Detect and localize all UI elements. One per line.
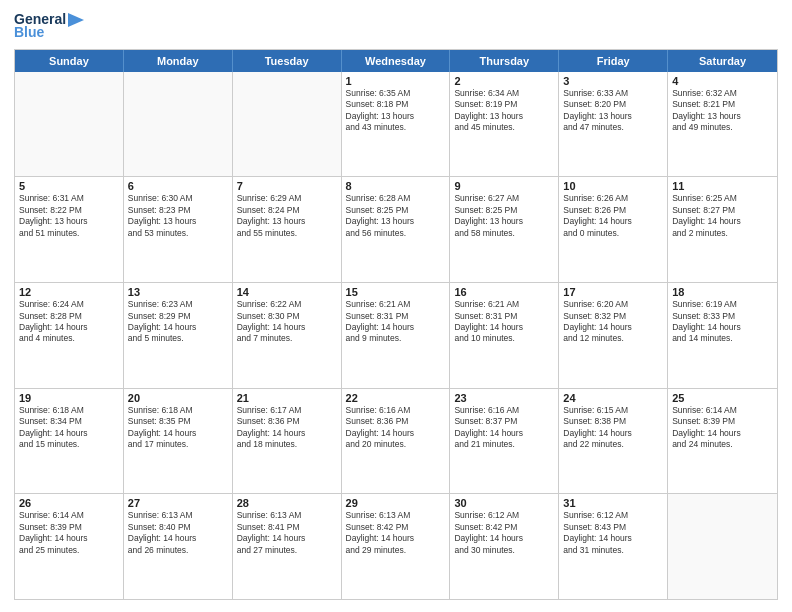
weekday-header: Tuesday xyxy=(233,50,342,72)
day-info: Sunrise: 6:26 AM Sunset: 8:26 PM Dayligh… xyxy=(563,193,663,239)
day-cell: 2Sunrise: 6:34 AM Sunset: 8:19 PM Daylig… xyxy=(450,72,559,177)
day-info: Sunrise: 6:14 AM Sunset: 8:39 PM Dayligh… xyxy=(19,510,119,556)
day-info: Sunrise: 6:34 AM Sunset: 8:19 PM Dayligh… xyxy=(454,88,554,134)
day-info: Sunrise: 6:29 AM Sunset: 8:24 PM Dayligh… xyxy=(237,193,337,239)
day-cell: 18Sunrise: 6:19 AM Sunset: 8:33 PM Dayli… xyxy=(668,283,777,388)
day-info: Sunrise: 6:16 AM Sunset: 8:36 PM Dayligh… xyxy=(346,405,446,451)
day-info: Sunrise: 6:33 AM Sunset: 8:20 PM Dayligh… xyxy=(563,88,663,134)
day-info: Sunrise: 6:24 AM Sunset: 8:28 PM Dayligh… xyxy=(19,299,119,345)
day-number: 3 xyxy=(563,75,663,87)
svg-marker-0 xyxy=(68,13,84,27)
day-number: 4 xyxy=(672,75,773,87)
day-number: 17 xyxy=(563,286,663,298)
day-number: 28 xyxy=(237,497,337,509)
day-number: 26 xyxy=(19,497,119,509)
day-number: 11 xyxy=(672,180,773,192)
day-number: 5 xyxy=(19,180,119,192)
day-info: Sunrise: 6:25 AM Sunset: 8:27 PM Dayligh… xyxy=(672,193,773,239)
day-info: Sunrise: 6:21 AM Sunset: 8:31 PM Dayligh… xyxy=(346,299,446,345)
calendar: SundayMondayTuesdayWednesdayThursdayFrid… xyxy=(14,49,778,600)
calendar-body: 1Sunrise: 6:35 AM Sunset: 8:18 PM Daylig… xyxy=(15,72,777,599)
day-number: 14 xyxy=(237,286,337,298)
day-cell: 3Sunrise: 6:33 AM Sunset: 8:20 PM Daylig… xyxy=(559,72,668,177)
day-number: 10 xyxy=(563,180,663,192)
calendar-header: SundayMondayTuesdayWednesdayThursdayFrid… xyxy=(15,50,777,72)
day-info: Sunrise: 6:13 AM Sunset: 8:42 PM Dayligh… xyxy=(346,510,446,556)
logo-blue: Blue xyxy=(14,25,44,40)
day-info: Sunrise: 6:13 AM Sunset: 8:41 PM Dayligh… xyxy=(237,510,337,556)
day-cell: 12Sunrise: 6:24 AM Sunset: 8:28 PM Dayli… xyxy=(15,283,124,388)
day-cell: 20Sunrise: 6:18 AM Sunset: 8:35 PM Dayli… xyxy=(124,389,233,494)
day-cell: 17Sunrise: 6:20 AM Sunset: 8:32 PM Dayli… xyxy=(559,283,668,388)
day-cell: 8Sunrise: 6:28 AM Sunset: 8:25 PM Daylig… xyxy=(342,177,451,282)
day-number: 2 xyxy=(454,75,554,87)
day-info: Sunrise: 6:13 AM Sunset: 8:40 PM Dayligh… xyxy=(128,510,228,556)
logo-container: General Blue xyxy=(14,12,84,41)
day-cell: 28Sunrise: 6:13 AM Sunset: 8:41 PM Dayli… xyxy=(233,494,342,599)
day-cell: 1Sunrise: 6:35 AM Sunset: 8:18 PM Daylig… xyxy=(342,72,451,177)
day-number: 15 xyxy=(346,286,446,298)
day-cell: 16Sunrise: 6:21 AM Sunset: 8:31 PM Dayli… xyxy=(450,283,559,388)
day-cell: 31Sunrise: 6:12 AM Sunset: 8:43 PM Dayli… xyxy=(559,494,668,599)
day-cell: 10Sunrise: 6:26 AM Sunset: 8:26 PM Dayli… xyxy=(559,177,668,282)
weekday-header: Saturday xyxy=(668,50,777,72)
day-cell: 21Sunrise: 6:17 AM Sunset: 8:36 PM Dayli… xyxy=(233,389,342,494)
empty-cell xyxy=(668,494,777,599)
day-cell: 15Sunrise: 6:21 AM Sunset: 8:31 PM Dayli… xyxy=(342,283,451,388)
day-info: Sunrise: 6:30 AM Sunset: 8:23 PM Dayligh… xyxy=(128,193,228,239)
calendar-row: 5Sunrise: 6:31 AM Sunset: 8:22 PM Daylig… xyxy=(15,177,777,283)
calendar-row: 26Sunrise: 6:14 AM Sunset: 8:39 PM Dayli… xyxy=(15,494,777,599)
day-cell: 27Sunrise: 6:13 AM Sunset: 8:40 PM Dayli… xyxy=(124,494,233,599)
day-info: Sunrise: 6:31 AM Sunset: 8:22 PM Dayligh… xyxy=(19,193,119,239)
weekday-header: Wednesday xyxy=(342,50,451,72)
day-cell: 22Sunrise: 6:16 AM Sunset: 8:36 PM Dayli… xyxy=(342,389,451,494)
day-info: Sunrise: 6:14 AM Sunset: 8:39 PM Dayligh… xyxy=(672,405,773,451)
day-info: Sunrise: 6:18 AM Sunset: 8:34 PM Dayligh… xyxy=(19,405,119,451)
day-number: 27 xyxy=(128,497,228,509)
day-number: 24 xyxy=(563,392,663,404)
day-cell: 5Sunrise: 6:31 AM Sunset: 8:22 PM Daylig… xyxy=(15,177,124,282)
empty-cell xyxy=(233,72,342,177)
day-number: 22 xyxy=(346,392,446,404)
day-cell: 30Sunrise: 6:12 AM Sunset: 8:42 PM Dayli… xyxy=(450,494,559,599)
day-info: Sunrise: 6:19 AM Sunset: 8:33 PM Dayligh… xyxy=(672,299,773,345)
day-cell: 23Sunrise: 6:16 AM Sunset: 8:37 PM Dayli… xyxy=(450,389,559,494)
day-cell: 6Sunrise: 6:30 AM Sunset: 8:23 PM Daylig… xyxy=(124,177,233,282)
day-number: 19 xyxy=(19,392,119,404)
day-number: 12 xyxy=(19,286,119,298)
day-number: 8 xyxy=(346,180,446,192)
page-header: General Blue xyxy=(14,12,778,41)
logo-flag-icon xyxy=(68,13,84,27)
day-cell: 25Sunrise: 6:14 AM Sunset: 8:39 PM Dayli… xyxy=(668,389,777,494)
day-info: Sunrise: 6:28 AM Sunset: 8:25 PM Dayligh… xyxy=(346,193,446,239)
day-number: 30 xyxy=(454,497,554,509)
day-number: 13 xyxy=(128,286,228,298)
day-info: Sunrise: 6:23 AM Sunset: 8:29 PM Dayligh… xyxy=(128,299,228,345)
weekday-header: Friday xyxy=(559,50,668,72)
day-number: 1 xyxy=(346,75,446,87)
day-number: 16 xyxy=(454,286,554,298)
day-number: 23 xyxy=(454,392,554,404)
empty-cell xyxy=(124,72,233,177)
day-info: Sunrise: 6:21 AM Sunset: 8:31 PM Dayligh… xyxy=(454,299,554,345)
day-number: 9 xyxy=(454,180,554,192)
empty-cell xyxy=(15,72,124,177)
day-info: Sunrise: 6:15 AM Sunset: 8:38 PM Dayligh… xyxy=(563,405,663,451)
day-number: 6 xyxy=(128,180,228,192)
day-info: Sunrise: 6:32 AM Sunset: 8:21 PM Dayligh… xyxy=(672,88,773,134)
day-number: 7 xyxy=(237,180,337,192)
day-info: Sunrise: 6:12 AM Sunset: 8:42 PM Dayligh… xyxy=(454,510,554,556)
day-cell: 14Sunrise: 6:22 AM Sunset: 8:30 PM Dayli… xyxy=(233,283,342,388)
day-info: Sunrise: 6:16 AM Sunset: 8:37 PM Dayligh… xyxy=(454,405,554,451)
day-info: Sunrise: 6:18 AM Sunset: 8:35 PM Dayligh… xyxy=(128,405,228,451)
weekday-header: Thursday xyxy=(450,50,559,72)
day-number: 21 xyxy=(237,392,337,404)
day-info: Sunrise: 6:17 AM Sunset: 8:36 PM Dayligh… xyxy=(237,405,337,451)
day-info: Sunrise: 6:12 AM Sunset: 8:43 PM Dayligh… xyxy=(563,510,663,556)
day-cell: 4Sunrise: 6:32 AM Sunset: 8:21 PM Daylig… xyxy=(668,72,777,177)
logo: General Blue xyxy=(14,12,84,41)
day-cell: 29Sunrise: 6:13 AM Sunset: 8:42 PM Dayli… xyxy=(342,494,451,599)
day-cell: 9Sunrise: 6:27 AM Sunset: 8:25 PM Daylig… xyxy=(450,177,559,282)
day-cell: 26Sunrise: 6:14 AM Sunset: 8:39 PM Dayli… xyxy=(15,494,124,599)
weekday-header: Monday xyxy=(124,50,233,72)
